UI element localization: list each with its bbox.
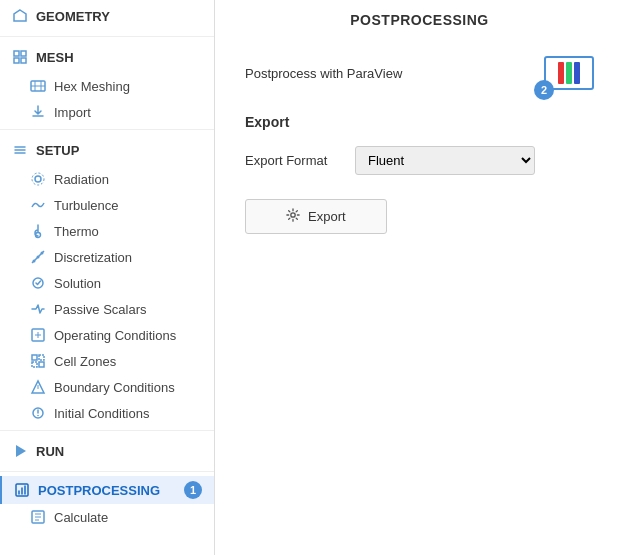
sidebar-section-mesh[interactable]: MESH xyxy=(0,41,214,73)
export-button[interactable]: Export xyxy=(245,199,387,234)
export-format-label: Export Format xyxy=(245,153,335,168)
sidebar-section-setup[interactable]: SETUP xyxy=(0,134,214,166)
solution-icon xyxy=(30,275,46,291)
export-section: Export Export Format Fluent OpenFOAM CSV… xyxy=(245,114,594,234)
sidebar-item-import-label: Import xyxy=(54,105,91,120)
sidebar-item-cell-zones-label: Cell Zones xyxy=(54,354,116,369)
sidebar-item-passive-scalars[interactable]: Passive Scalars xyxy=(0,296,214,322)
svg-rect-0 xyxy=(14,51,19,56)
sidebar-item-hex-meshing[interactable]: Hex Meshing xyxy=(0,73,214,99)
svg-marker-27 xyxy=(16,445,26,457)
mesh-icon xyxy=(12,49,28,65)
sidebar-item-solution-label: Solution xyxy=(54,276,101,291)
sidebar-item-thermo[interactable]: Thermo xyxy=(0,218,214,244)
sidebar-item-initial-conditions[interactable]: Initial Conditions xyxy=(0,400,214,426)
svg-rect-2 xyxy=(14,58,19,63)
pv-bar-red xyxy=(558,62,564,84)
sidebar-section-setup-label: SETUP xyxy=(36,143,79,158)
postprocessing-icon xyxy=(14,482,30,498)
run-icon xyxy=(12,443,28,459)
svg-point-12 xyxy=(33,260,36,263)
sidebar-item-discretization[interactable]: Discretization xyxy=(0,244,214,270)
svg-point-13 xyxy=(37,256,40,259)
svg-point-14 xyxy=(41,252,44,255)
sidebar-item-discretization-label: Discretization xyxy=(54,250,132,265)
pv-bar-green xyxy=(566,62,572,84)
sidebar-item-boundary-conditions[interactable]: Boundary Conditions xyxy=(0,374,214,400)
svg-rect-1 xyxy=(21,51,26,56)
sidebar-item-hex-meshing-label: Hex Meshing xyxy=(54,79,130,94)
sidebar-item-thermo-label: Thermo xyxy=(54,224,99,239)
sidebar-item-calculate[interactable]: Calculate xyxy=(0,504,214,530)
export-section-title: Export xyxy=(245,114,594,130)
sidebar-item-turbulence[interactable]: Turbulence xyxy=(0,192,214,218)
operating-conditions-icon xyxy=(30,327,46,343)
sidebar-section-mesh-label: MESH xyxy=(36,50,74,65)
export-format-select[interactable]: Fluent OpenFOAM CSV xyxy=(355,146,535,175)
turbulence-icon xyxy=(30,197,46,213)
export-button-label: Export xyxy=(308,209,346,224)
import-icon xyxy=(30,104,46,120)
svg-point-26 xyxy=(37,415,39,417)
passive-scalars-icon xyxy=(30,301,46,317)
thermo-icon xyxy=(30,223,46,239)
export-format-row: Export Format Fluent OpenFOAM CSV xyxy=(245,146,594,175)
pv-bar-blue xyxy=(574,62,580,84)
svg-rect-21 xyxy=(32,362,37,367)
sidebar-item-radiation-label: Radiation xyxy=(54,172,109,187)
svg-point-9 xyxy=(32,173,44,185)
paraview-button-wrapper: 2 xyxy=(544,56,594,90)
sidebar-item-boundary-conditions-label: Boundary Conditions xyxy=(54,380,175,395)
postprocessing-badge: 1 xyxy=(184,481,202,499)
initial-conditions-icon xyxy=(30,405,46,421)
svg-rect-22 xyxy=(39,362,44,367)
paraview-logo xyxy=(558,62,580,84)
svg-point-8 xyxy=(35,176,41,182)
sidebar-item-calculate-label: Calculate xyxy=(54,510,108,525)
sidebar: GEOMETRY MESH Hex Meshing xyxy=(0,0,215,555)
sidebar-section-geometry[interactable]: GEOMETRY xyxy=(0,0,214,32)
svg-point-10 xyxy=(36,233,41,238)
geometry-icon xyxy=(12,8,28,24)
sidebar-section-run[interactable]: RUN xyxy=(0,435,214,467)
sidebar-item-import[interactable]: Import xyxy=(0,99,214,125)
calculate-icon xyxy=(30,509,46,525)
svg-rect-20 xyxy=(39,355,44,360)
svg-point-36 xyxy=(291,213,295,217)
sidebar-item-cell-zones[interactable]: Cell Zones xyxy=(0,348,214,374)
sidebar-item-passive-scalars-label: Passive Scalars xyxy=(54,302,146,317)
sidebar-item-turbulence-label: Turbulence xyxy=(54,198,119,213)
export-gear-icon xyxy=(286,208,300,225)
sidebar-item-radiation[interactable]: Radiation xyxy=(0,166,214,192)
sidebar-item-operating-conditions-label: Operating Conditions xyxy=(54,328,176,343)
boundary-conditions-icon xyxy=(30,379,46,395)
paraview-badge: 2 xyxy=(534,80,554,100)
paraview-row: Postprocess with ParaView 2 xyxy=(245,56,594,90)
hex-meshing-icon xyxy=(30,78,46,94)
sidebar-section-geometry-label: GEOMETRY xyxy=(36,9,110,24)
svg-rect-3 xyxy=(21,58,26,63)
sidebar-section-postprocessing-label: POSTPROCESSING xyxy=(38,483,160,498)
main-content: POSTPROCESSING Postprocess with ParaView… xyxy=(215,0,624,555)
sidebar-section-run-label: RUN xyxy=(36,444,64,459)
svg-rect-19 xyxy=(32,355,37,360)
content-area: Postprocess with ParaView 2 Export Expor… xyxy=(215,36,624,555)
page-title: POSTPROCESSING xyxy=(215,0,624,36)
sidebar-section-postprocessing[interactable]: POSTPROCESSING 1 xyxy=(0,476,214,504)
paraview-label: Postprocess with ParaView xyxy=(245,66,402,81)
radiation-icon xyxy=(30,171,46,187)
discretization-icon xyxy=(30,249,46,265)
sidebar-item-operating-conditions[interactable]: Operating Conditions xyxy=(0,322,214,348)
cell-zones-icon xyxy=(30,353,46,369)
setup-icon xyxy=(12,142,28,158)
sidebar-item-initial-conditions-label: Initial Conditions xyxy=(54,406,149,421)
sidebar-item-solution[interactable]: Solution xyxy=(0,270,214,296)
